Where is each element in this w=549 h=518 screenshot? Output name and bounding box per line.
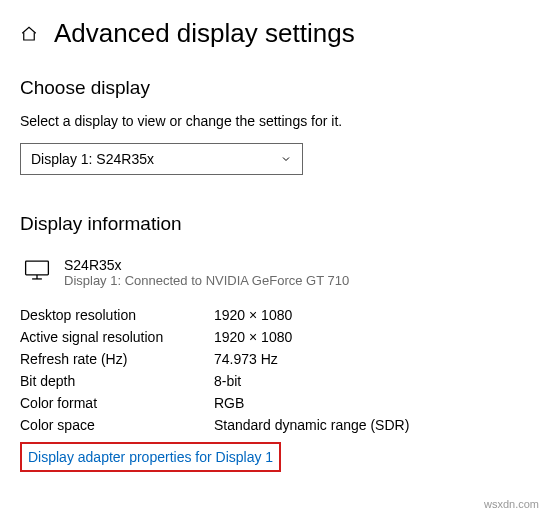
prop-desktop-resolution: Desktop resolution 1920 × 1080 (20, 304, 529, 326)
prop-label: Color format (20, 395, 214, 411)
prop-label: Color space (20, 417, 214, 433)
monitor-connection: Display 1: Connected to NVIDIA GeForce G… (64, 273, 349, 288)
prop-refresh-rate: Refresh rate (Hz) 74.973 Hz (20, 348, 529, 370)
adapter-properties-link[interactable]: Display adapter properties for Display 1 (28, 449, 273, 465)
prop-label: Bit depth (20, 373, 214, 389)
prop-value: RGB (214, 395, 244, 411)
watermark: wsxdn.com (484, 498, 539, 510)
prop-label: Active signal resolution (20, 329, 214, 345)
prop-value: Standard dynamic range (SDR) (214, 417, 409, 433)
page-title: Advanced display settings (54, 18, 355, 49)
prop-label: Refresh rate (Hz) (20, 351, 214, 367)
display-select-dropdown[interactable]: Display 1: S24R35x (20, 143, 303, 175)
monitor-summary: S24R35x Display 1: Connected to NVIDIA G… (20, 257, 529, 288)
prop-value: 1920 × 1080 (214, 329, 292, 345)
choose-display-instruction: Select a display to view or change the s… (20, 113, 529, 129)
prop-value: 74.973 Hz (214, 351, 278, 367)
svg-rect-0 (26, 261, 49, 275)
prop-label: Desktop resolution (20, 307, 214, 323)
monitor-icon (24, 257, 50, 281)
prop-color-format: Color format RGB (20, 392, 529, 414)
display-select-value: Display 1: S24R35x (31, 151, 154, 167)
prop-color-space: Color space Standard dynamic range (SDR) (20, 414, 529, 436)
page-header: Advanced display settings (20, 18, 529, 49)
choose-display-section: Choose display Select a display to view … (20, 77, 529, 175)
prop-active-resolution: Active signal resolution 1920 × 1080 (20, 326, 529, 348)
display-information-section: Display information S24R35x Display 1: C… (20, 213, 529, 472)
prop-value: 8-bit (214, 373, 241, 389)
highlight-box: Display adapter properties for Display 1 (20, 442, 281, 472)
monitor-name: S24R35x (64, 257, 349, 273)
chevron-down-icon (280, 153, 292, 165)
home-icon[interactable] (20, 25, 38, 43)
choose-display-heading: Choose display (20, 77, 529, 99)
display-properties-list: Desktop resolution 1920 × 1080 Active si… (20, 304, 529, 436)
prop-value: 1920 × 1080 (214, 307, 292, 323)
display-information-heading: Display information (20, 213, 529, 235)
prop-bit-depth: Bit depth 8-bit (20, 370, 529, 392)
